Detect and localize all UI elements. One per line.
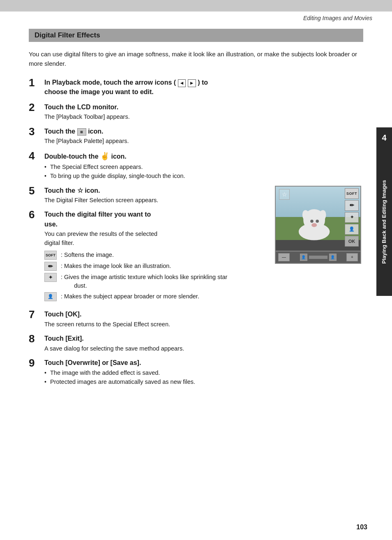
chapter-number-tab: 4 [376,127,392,148]
header-italic: Editing Images and Movies [303,15,372,21]
step-9-heading: Touch [Overwrite] or [Save as]. [44,358,363,367]
camera-btn-ok: OK [345,236,359,247]
step-6-content: Touch the digital filter you want touse.… [44,210,270,305]
filter-row-portrait: 👤 : Makes the subject appear broader or … [44,292,270,301]
step-1-content: In Playback mode, touch the arrow icons … [44,78,363,98]
section-title-bar: Digital Filter Effects [29,29,363,42]
camera-bottom-bar: — 👤 👤 + [276,252,360,263]
page-container: Editing Images and Movies Digital Filter… [0,0,392,540]
step-9-bullets: The image with the added effect is saved… [44,369,363,387]
filter-icon-portrait: 👤 [44,292,57,301]
step-3-content: Touch the ⊞ icon. The [Playback Palette]… [44,127,363,146]
camera-btn-plus: + [346,253,358,261]
step-5-content: Touch the ☆ icon. The Digital Filter Sel… [44,186,270,205]
step-7-body: The screen returns to the Special Effect… [44,320,363,329]
top-bar [0,0,392,12]
filter-desc-portrait: : Makes the subject appear broader or mo… [61,292,270,301]
step-5: 5 Touch the ☆ icon. The Digital Filter S… [29,186,270,205]
camera-right-panel: SOFT ✏ ✦ 👤 OK [345,188,359,247]
filter-row-soft: SOFT : Softens the image. [44,251,270,260]
camera-dot-person: 👤 [300,254,307,261]
step-2-body: The [Playback Toolbar] appears. [44,113,363,122]
step-8-content: Touch [Exit]. A save dialog for selectin… [44,334,363,353]
step-3-number: 3 [29,126,44,138]
filter-row-illustration: ✏ : Makes the image look like an illustr… [44,262,270,271]
step-4-bullet-1: The Special Effect screen appears. [44,163,363,172]
step-1-heading: In Playback mode, touch the arrow icons … [44,78,363,97]
step-6: 6 Touch the digital filter you want tous… [29,210,270,305]
camera-background: ☆ SOFT ✏ ✦ 👤 OK — [276,187,360,263]
step-7-number: 7 [29,309,44,321]
svg-point-5 [316,220,319,223]
step-2-content: Touch the LCD monitor. The [Playback Too… [44,102,363,122]
chapter-number: 4 [382,133,386,143]
step-7: 7 Touch [OK]. The screen returns to the … [29,309,363,329]
camera-star-overlay: ☆ [279,189,290,200]
camera-bottom-center: 👤 👤 [300,254,337,261]
step-4-number: 4 [29,150,44,162]
side-tab: Playing Back and Editing Images [376,148,392,296]
step-4-content: Double-touch the ✌ icon. The Special Eff… [44,151,363,181]
svg-point-6 [311,223,317,227]
step-5-heading: Touch the ☆ icon. [44,186,270,195]
camera-btn-minus: — [278,253,290,261]
camera-btn-pencil: ✏ [345,200,359,211]
steps-list: 1 In Playback mode, touch the arrow icon… [29,78,363,387]
step-4-bullet-2: To bring up the guide display, single-to… [44,172,363,181]
step-9-bullet-2: Protected images are automatically saved… [44,378,363,387]
step-2-number: 2 [29,102,44,113]
filter-desc-illustration: : Makes the image look like an illustrat… [61,262,270,270]
page-number: 103 [356,524,367,531]
steps-56-left: 5 Touch the ☆ icon. The Digital Filter S… [29,186,270,310]
step-3: 3 Touch the ⊞ icon. The [Playback Palett… [29,127,363,146]
step-7-heading: Touch [OK]. [44,309,363,319]
step-9-number: 9 [29,357,44,369]
step-6-heading: Touch the digital filter you want touse. [44,210,270,228]
step-5-number: 5 [29,185,44,197]
filter-icon-illustration: ✏ [44,262,57,271]
camera-btn-portrait: 👤 [345,224,359,235]
step-6-body: You can preview the results of the selec… [44,230,270,248]
step-9-content: Touch [Overwrite] or [Save as]. The imag… [44,358,363,387]
step-8-number: 8 [29,333,44,345]
step-6-number: 6 [29,209,44,221]
step-1-number: 1 [29,77,44,89]
step-8-body: A save dialog for selecting the save met… [44,344,363,353]
section-title: Digital Filter Effects [35,31,100,39]
step-2: 2 Touch the LCD monitor. The [Playback T… [29,102,363,122]
camera-screen: ☆ SOFT ✏ ✦ 👤 OK — [275,186,361,264]
steps-56-wrapper: 5 Touch the ☆ icon. The Digital Filter S… [29,186,363,310]
step-9: 9 Touch [Overwrite] or [Save as]. The im… [29,358,363,387]
step-3-heading: Touch the ⊞ icon. [44,127,363,136]
step-3-body: The [Playback Palette] appears. [44,137,363,146]
filter-icon-stardust: ✦ [44,273,57,282]
dog-illustration [291,203,337,241]
camera-btn-star: ✦ [345,212,359,223]
camera-screen-wrapper: ☆ SOFT ✏ ✦ 👤 OK — [275,186,363,264]
filter-row-stardust: ✦ : Gives the image artistic texture whi… [44,273,270,290]
page-footer: 103 [356,524,367,531]
intro-paragraph: You can use digital filters to give an i… [29,49,363,69]
step-8: 8 Touch [Exit]. A save dialog for select… [29,334,363,353]
step-7-content: Touch [OK]. The screen returns to the Sp… [44,309,363,329]
filter-desc-stardust: : Gives the image artistic texture which… [61,273,270,290]
step-4-bullets: The Special Effect screen appears. To br… [44,163,363,181]
camera-btn-soft: SOFT [345,188,359,199]
side-tab-label: Playing Back and Editing Images [381,180,388,264]
svg-point-4 [310,220,314,223]
step-5-body: The Digital Filter Selection screen appe… [44,196,270,205]
step-2-heading: Touch the LCD monitor. [44,102,363,112]
page-header: Editing Images and Movies [0,12,392,21]
filter-icon-soft: SOFT [44,251,57,260]
step-9-bullet-1: The image with the added effect is saved… [44,369,363,378]
step-4-heading: Double-touch the ✌ icon. [44,151,363,162]
main-content: Digital Filter Effects You can use digit… [0,21,392,408]
step-1: 1 In Playback mode, touch the arrow icon… [29,78,363,98]
step-8-heading: Touch [Exit]. [44,334,363,343]
step-4: 4 Double-touch the ✌ icon. The Special E… [29,151,363,181]
filter-desc-soft: : Softens the image. [61,251,270,259]
camera-dot-person2: 👤 [329,254,337,261]
filter-rows: SOFT : Softens the image. ✏ : Makes the … [44,251,270,301]
